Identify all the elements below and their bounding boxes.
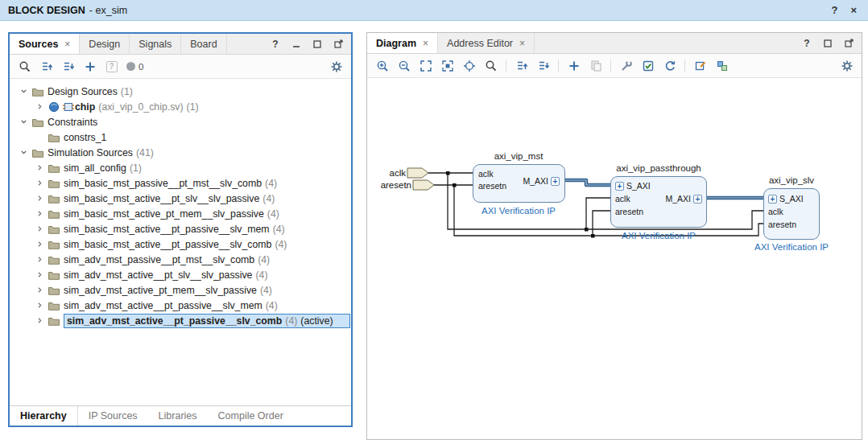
tab-board[interactable]: Board [181, 34, 226, 54]
tree-item-constraints[interactable]: Constraints [10, 114, 351, 130]
chevron-collapsed-icon[interactable] [34, 254, 46, 265]
zoom-out-button[interactable] [394, 56, 414, 75]
tab-ip-sources[interactable]: IP Sources [78, 406, 148, 426]
zoom-fit-button[interactable] [415, 56, 436, 75]
tab-libraries[interactable]: Libraries [148, 406, 208, 426]
block-axi-vip-slv[interactable]: + S_AXI aclk aresetn [763, 188, 820, 240]
tab-address-editor[interactable]: Address Editor × [438, 33, 535, 53]
close-icon[interactable]: × [423, 38, 428, 49]
autofit-button[interactable] [459, 56, 479, 75]
port-m-axi[interactable]: M_AXI + [523, 176, 560, 187]
port-aresetn[interactable]: aresetn [615, 207, 643, 217]
report-edit-button[interactable] [690, 56, 710, 75]
tab-hierarchy[interactable]: Hierarchy [10, 406, 78, 426]
external-port-aclk-shape[interactable] [407, 168, 428, 178]
search-button[interactable] [14, 57, 35, 76]
tree-item-sim-config[interactable]: sim_basic_mst_active__pt_slv__slv_passiv… [10, 191, 351, 206]
expand-interface-icon[interactable]: + [615, 182, 624, 191]
tree-item-sim-config[interactable]: sim_adv_mst_active__pt_passive__slv_mem … [10, 298, 351, 313]
panel-float-icon[interactable] [312, 39, 323, 50]
chevron-collapsed-icon[interactable] [34, 178, 46, 189]
sources-tree[interactable]: Design Sources (1) chip (axi_vip_0_chip.… [10, 79, 351, 405]
window-close-icon[interactable]: × [850, 4, 857, 16]
tab-compile-order[interactable]: Compile Order [208, 406, 294, 426]
tab-design[interactable]: Design [80, 34, 130, 54]
tree-item-constrs-1[interactable]: constrs_1 [10, 130, 351, 145]
close-icon[interactable]: × [64, 39, 70, 50]
add-ip-button[interactable] [564, 56, 584, 75]
collapse-all-button[interactable] [36, 57, 56, 76]
close-icon[interactable]: × [519, 38, 525, 49]
tab-diagram[interactable]: Diagram × [367, 33, 438, 53]
refresh-button[interactable] [659, 56, 680, 75]
expand-hierarchy-button[interactable] [533, 56, 553, 75]
tree-item-sim-config[interactable]: sim_adv_mst_active_pt_mem__slv_passive (… [10, 282, 351, 298]
expand-interface-icon[interactable]: + [693, 195, 702, 204]
chevron-collapsed-icon[interactable] [34, 224, 46, 235]
chevron-collapsed-icon[interactable] [34, 101, 46, 113]
diagram-canvas[interactable]: aclk aresetn axi_vip_mst aclk aresetn M_… [367, 78, 862, 439]
tree-item-sim-config[interactable]: sim_basic_mst_passive__pt_mst__slv_comb … [10, 175, 351, 191]
tree-item-chip[interactable]: chip (axi_vip_0_chip.sv) (1) [10, 99, 351, 114]
panel-help-icon[interactable]: ? [801, 38, 812, 49]
settings-button[interactable] [326, 57, 346, 76]
port-aclk[interactable]: aclk [615, 194, 630, 204]
tree-item-sim-config[interactable]: sim_adv_mst_passive__pt_mst__slv_comb (4… [10, 252, 351, 267]
tree-item-sim-config[interactable]: sim_adv_mst_active__pt_slv__slv_passive … [10, 267, 351, 282]
help-square-button[interactable]: ? [101, 57, 122, 76]
tree-item-sim-config-selected[interactable]: sim_adv_mst_active__pt_passive__slv_comb… [10, 313, 351, 328]
block-axi-vip-mst[interactable]: aclk aresetn M_AXI + [473, 164, 565, 203]
tree-item-design-sources[interactable]: Design Sources (1) [10, 84, 351, 99]
port-m-axi[interactable]: M_AXI + [665, 194, 702, 204]
panel-maximize-icon[interactable] [333, 39, 344, 50]
tab-sources[interactable]: Sources × [10, 34, 80, 54]
interface-wire-mst-to-passthrough[interactable] [565, 180, 610, 185]
chevron-expanded-icon[interactable] [18, 86, 30, 97]
chevron-collapsed-icon[interactable] [34, 239, 46, 250]
chevron-expanded-icon[interactable] [18, 117, 30, 128]
external-port-aresetn-shape[interactable] [413, 180, 434, 190]
expand-interface-icon[interactable]: + [551, 177, 560, 186]
panel-help-icon[interactable]: ? [270, 39, 281, 50]
chevron-collapsed-icon[interactable] [34, 315, 46, 327]
chevron-collapsed-icon[interactable] [34, 285, 46, 296]
port-s-axi[interactable]: + S_AXI [615, 181, 651, 191]
chevron-expanded-icon[interactable] [18, 147, 30, 158]
expand-interface-icon[interactable]: + [768, 195, 777, 204]
chevron-collapsed-icon[interactable] [34, 269, 46, 281]
zoom-in-button[interactable] [372, 56, 392, 75]
panel-minimize-icon[interactable] [291, 39, 302, 50]
settings-button[interactable] [837, 56, 857, 75]
add-sources-button[interactable] [80, 57, 100, 76]
chevron-collapsed-icon[interactable] [34, 162, 46, 174]
search-button[interactable] [481, 56, 501, 75]
tab-signals[interactable]: Signals [130, 34, 181, 54]
chevron-collapsed-icon[interactable] [34, 300, 46, 311]
chevron-collapsed-icon[interactable] [34, 208, 46, 220]
paste-button[interactable] [585, 56, 606, 75]
regenerate-layout-button[interactable] [712, 56, 732, 75]
port-aclk[interactable]: aclk [478, 169, 494, 179]
panel-maximize-icon[interactable] [843, 38, 854, 49]
tree-item-simulation-sources[interactable]: Simulation Sources (41) [10, 145, 351, 160]
external-port-aresetn-label[interactable]: aresetn [381, 180, 411, 190]
external-port-aclk-label[interactable]: aclk [390, 168, 406, 178]
zoom-selection-button[interactable] [437, 56, 457, 75]
collapse-hierarchy-button[interactable] [511, 56, 531, 75]
expand-all-button[interactable] [58, 57, 78, 76]
block-axi-vip-passthrough[interactable]: + S_AXI aclk aresetn M_AXI + [610, 176, 707, 228]
chevron-collapsed-icon[interactable] [34, 193, 46, 204]
port-aresetn[interactable]: aresetn [768, 220, 796, 230]
port-s-axi[interactable]: + S_AXI [768, 194, 804, 204]
window-help-icon[interactable]: ? [831, 4, 837, 16]
tree-item-sim-config[interactable]: sim_basic_mst_active_pt_mem__slv_passive… [10, 206, 351, 221]
tree-item-sim-config[interactable]: sim_basic_mst_active__pt_passive__slv_co… [10, 236, 351, 252]
port-aresetn[interactable]: aresetn [478, 181, 506, 191]
panel-float-icon[interactable] [822, 38, 833, 49]
messages-button[interactable]: 0 [123, 57, 147, 76]
customize-button[interactable] [616, 56, 636, 75]
tree-item-sim-config[interactable]: sim_basic_mst_active__pt_passive__slv_me… [10, 221, 351, 236]
tree-item-sim-config[interactable]: sim_all_config (1) [10, 160, 351, 175]
validate-design-button[interactable] [638, 56, 658, 75]
port-aclk[interactable]: aclk [768, 207, 783, 217]
